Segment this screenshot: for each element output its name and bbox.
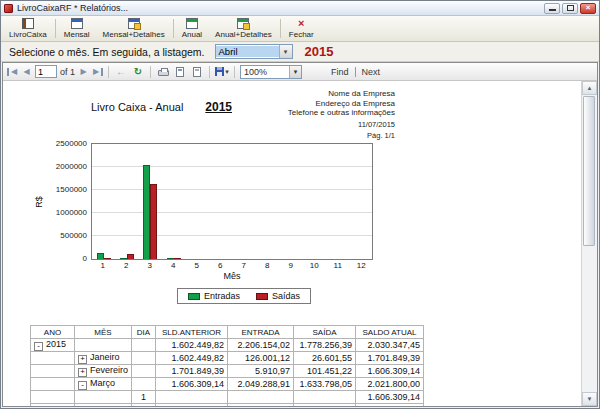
y-tick-label: 500000 <box>60 232 87 240</box>
x-axis-title: Mês <box>91 271 373 281</box>
table-cell: 2.049.288,91 <box>228 378 294 391</box>
anual-button[interactable]: Anual <box>176 17 208 40</box>
first-page-button[interactable]: ◀ <box>7 68 18 76</box>
toolbar-separator <box>55 19 56 38</box>
zoom-caret-icon[interactable]: ▾ <box>289 66 301 78</box>
find-next-button[interactable]: Next <box>355 67 381 77</box>
table-cell: +Janeiro <box>75 352 132 365</box>
table-cell: 1.701.849,39 <box>356 352 424 365</box>
bar-entradas <box>97 253 104 259</box>
table-cell <box>31 365 75 378</box>
close-button[interactable]: × <box>580 3 596 14</box>
table-cell <box>132 339 156 352</box>
close-icon: × <box>586 4 591 12</box>
vertical-scrollbar[interactable]: ▲ ▼ <box>581 81 597 406</box>
page-setup-button[interactable] <box>190 65 204 78</box>
collapse-icon[interactable]: - <box>34 342 43 351</box>
anual-label: Anual <box>182 30 202 39</box>
table-cell <box>228 391 294 404</box>
report-page: Livro Caixa - Anual 2015 Nome da Empresa… <box>3 81 581 406</box>
table-cell: 1 <box>132 391 156 404</box>
minimize-button[interactable] <box>544 3 560 14</box>
table-cell: 2.030.347,45 <box>356 339 424 352</box>
previous-page-button[interactable]: ◀ <box>21 68 32 76</box>
table-cell: 1.606.309,14 <box>156 378 228 391</box>
cashbook-icon <box>22 18 34 29</box>
close-x-icon: × <box>295 18 307 29</box>
report-toolbar: ◀ ◀ of 1 ▶ ▶ ← ↻ ▾ 100% ▾ Find Next <box>3 63 597 81</box>
company-phone: Telefone e outras informações <box>288 108 395 118</box>
fechar-label: Fechar <box>289 30 314 39</box>
table-cell: +Fevereiro <box>75 365 132 378</box>
print-button[interactable] <box>156 65 170 78</box>
expand-icon[interactable]: + <box>78 355 87 364</box>
page-number-input[interactable] <box>35 65 57 78</box>
zoom-select[interactable]: 100% ▾ <box>240 65 302 79</box>
scroll-down-button[interactable]: ▼ <box>582 392 597 406</box>
export-button[interactable]: ▾ <box>215 65 229 78</box>
table-cell <box>132 365 156 378</box>
legend-box: Entradas Saídas <box>177 288 311 304</box>
saidas-swatch-icon <box>256 293 268 300</box>
mensal-button[interactable]: Mensal <box>58 17 96 40</box>
column-header: MÊS <box>75 326 132 339</box>
x-tick-label: 9 <box>279 261 303 270</box>
scroll-up-button[interactable]: ▲ <box>582 81 597 95</box>
next-page-button[interactable]: ▶ <box>78 68 89 76</box>
x-tick-label: 8 <box>256 261 280 270</box>
page-setup-icon <box>193 67 201 77</box>
bar-entradas <box>167 258 174 259</box>
bar-group <box>115 144 138 259</box>
fechar-button[interactable]: × Fechar <box>283 17 320 40</box>
month-calendar-icon <box>71 18 83 29</box>
refresh-button[interactable]: ↻ <box>131 65 145 78</box>
y-axis-title: R$ <box>33 143 45 260</box>
scrollbar-thumb[interactable] <box>583 96 595 246</box>
legend-item-entradas: Entradas <box>188 291 240 301</box>
table-row: -Março1.606.309,142.049.288,911.633.798,… <box>31 378 424 391</box>
table-cell: -2015 <box>31 339 75 352</box>
toolbar-separator <box>209 66 210 78</box>
column-header: SALDO ATUAL <box>356 326 424 339</box>
year-details-icon <box>237 18 249 29</box>
print-layout-icon <box>176 67 184 77</box>
print-layout-button[interactable] <box>173 65 187 78</box>
last-page-button[interactable]: ▶ <box>92 68 103 76</box>
find-button[interactable]: Find <box>331 67 349 77</box>
maximize-icon <box>567 5 574 11</box>
table-cell: 2.021.800,00 <box>356 378 424 391</box>
company-address: Endereço da Empresa <box>288 99 395 109</box>
minimize-icon <box>549 9 556 11</box>
bar-saidas <box>174 258 181 259</box>
maximize-button[interactable] <box>562 3 578 14</box>
page-indicator: Pág. 1/1 <box>288 131 395 141</box>
x-tick-label: 1 <box>91 261 115 270</box>
month-details-icon <box>128 18 140 29</box>
mensal-detalhes-button[interactable]: Mensal+Detalhes <box>97 17 171 40</box>
table-row: 11.606.309,14 <box>31 391 424 404</box>
app-toolbar: LivroCaixa Mensal Mensal+Detalhes Anual … <box>1 16 599 42</box>
expand-icon[interactable]: + <box>78 368 87 377</box>
report-date: 11/07/2015 <box>288 120 395 130</box>
toolbar-separator <box>150 66 151 78</box>
livrocaixa-button[interactable]: LivroCaixa <box>3 17 53 40</box>
table-cell <box>132 352 156 365</box>
month-select[interactable]: Abril ▾ <box>215 44 293 59</box>
table-cell: 1.633.798,05 <box>294 378 356 391</box>
anual-detalhes-button[interactable]: Anual+Detalhes <box>209 17 278 40</box>
refresh-icon: ↻ <box>134 67 142 77</box>
table-cell <box>228 404 294 407</box>
table-cell <box>156 404 228 407</box>
table-row: -20151.602.449,822.206.154,021.778.256,3… <box>31 339 424 352</box>
mensal-label: Mensal <box>64 30 90 39</box>
table-cell <box>156 391 228 404</box>
collapse-icon[interactable]: - <box>78 381 87 390</box>
chevron-down-icon[interactable]: ▾ <box>279 45 292 58</box>
filter-bar: Selecione o mês. Em seguida, a listagem.… <box>1 42 599 62</box>
back-button[interactable]: ← <box>114 65 128 78</box>
bar-group <box>255 144 278 259</box>
find-group: Find Next <box>331 67 380 77</box>
chart: R$ 05000001000000150000020000002500000 1… <box>33 143 385 304</box>
table-cell: -Março <box>75 378 132 391</box>
bar-saidas <box>127 254 134 259</box>
